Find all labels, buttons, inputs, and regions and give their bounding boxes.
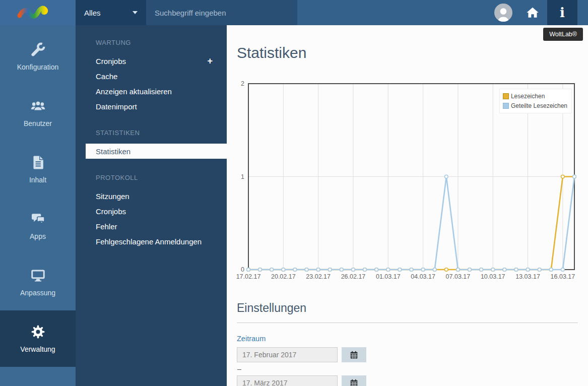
calendar-icon xyxy=(350,351,358,359)
svg-text:04.03.17: 04.03.17 xyxy=(411,273,435,280)
menu-item-label: Cronjobs xyxy=(96,207,126,216)
period-label: Zeitraum xyxy=(237,335,578,343)
users-icon xyxy=(30,98,46,114)
sidebar-item-label: Apps xyxy=(30,232,46,240)
sidebar-item-konfiguration[interactable]: Konfiguration xyxy=(0,28,76,85)
legend-swatch xyxy=(503,103,509,109)
menu-item-anzeigen-aktualisieren[interactable]: Anzeigen aktualisieren xyxy=(76,84,227,99)
date-from-row xyxy=(237,347,578,362)
date-from-picker-button[interactable] xyxy=(342,347,366,362)
user-menu-button[interactable] xyxy=(489,0,518,25)
main-content: Statistiken 01217.02.1720.02.1723.02.172… xyxy=(227,25,588,386)
legend-label: Lesezeichen xyxy=(511,93,545,100)
menu-item-label: Statistiken xyxy=(96,147,130,156)
menu-section-title: STATISTIKEN xyxy=(76,129,227,137)
date-range-separator: – xyxy=(237,365,578,373)
sidebar: KonfigurationBenutzerInhaltAppsAnpassung… xyxy=(0,25,76,386)
date-to-picker-button[interactable] xyxy=(342,375,366,386)
acp-page: Alles i W xyxy=(0,0,588,386)
divider xyxy=(237,323,578,323)
woltlab-logo[interactable] xyxy=(0,0,76,25)
settings-title: Einstellungen xyxy=(237,301,578,315)
home-icon xyxy=(526,6,540,20)
svg-text:2: 2 xyxy=(241,80,244,87)
date-to-row xyxy=(237,375,578,386)
legend-label: Geteilte Lesezeichen xyxy=(511,102,567,109)
document-icon xyxy=(30,155,46,170)
chart-legend: LesezeichenGeteilte Lesezeichen xyxy=(499,89,572,113)
svg-text:16.03.17: 16.03.17 xyxy=(551,273,575,280)
sidebar-item-label: Anpassung xyxy=(20,289,55,297)
svg-text:0: 0 xyxy=(241,266,244,273)
svg-text:1: 1 xyxy=(241,173,244,180)
sidebar-item-verwaltung[interactable]: Verwaltung xyxy=(0,310,76,367)
sidebar-item-benutzer[interactable]: Benutzer xyxy=(0,85,76,141)
menu-item-label: Datenimport xyxy=(96,102,137,111)
svg-text:10.03.17: 10.03.17 xyxy=(481,273,505,280)
date-from-input[interactable] xyxy=(237,347,338,362)
menu-item-fehlgeschlagene-anmeldungen[interactable]: Fehlgeschlagene Anmeldungen xyxy=(76,234,227,249)
svg-text:13.03.17: 13.03.17 xyxy=(515,273,540,280)
woltlab-logo-icon xyxy=(14,3,62,23)
gear-icon xyxy=(30,324,46,340)
info-button[interactable]: i xyxy=(547,0,577,25)
menu-section-protokoll: PROTOKOLLSitzungenCronjobsFehlerFehlgesc… xyxy=(76,174,227,249)
svg-text:17.02.17: 17.02.17 xyxy=(236,273,261,280)
menu-item-datenimport[interactable]: Datenimport xyxy=(76,99,227,114)
settings-section: Einstellungen Zeitraum xyxy=(237,301,578,386)
comments-icon xyxy=(30,211,46,227)
menu-section-title: WARTUNG xyxy=(76,39,227,46)
svg-text:26.02.17: 26.02.17 xyxy=(341,273,366,280)
legend-entry: Geteilte Lesezeichen xyxy=(503,101,567,110)
add-icon[interactable]: + xyxy=(207,56,213,66)
page-title: Statistiken xyxy=(237,44,306,61)
sidebar-item-label: Konfiguration xyxy=(17,63,59,71)
menu-section-wartung: WARTUNGCronjobs+CacheAnzeigen aktualisie… xyxy=(76,39,227,114)
calendar-icon xyxy=(350,379,358,386)
tooltip-text: WoltLab® xyxy=(549,31,577,38)
sidebar-item-inhalt[interactable]: Inhalt xyxy=(0,141,76,198)
topbar-spacer xyxy=(297,0,489,25)
secondary-menu: WARTUNGCronjobs+CacheAnzeigen aktualisie… xyxy=(76,25,227,386)
menu-item-cache[interactable]: Cache xyxy=(76,69,227,84)
legend-entry: Lesezeichen xyxy=(503,91,567,101)
legend-swatch xyxy=(503,93,509,99)
info-icon: i xyxy=(560,6,565,19)
topbar-actions: i xyxy=(489,0,577,25)
search-input[interactable] xyxy=(146,0,297,25)
menu-item-statistiken[interactable]: Statistiken xyxy=(86,144,227,159)
sidebar-item-label: Benutzer xyxy=(24,119,52,127)
sidebar-item-anpassung[interactable]: Anpassung xyxy=(0,254,76,310)
search-scope-value: Alles xyxy=(84,9,101,17)
menu-section-title: PROTOKOLL xyxy=(76,174,227,181)
menu-item-cronjobs[interactable]: Cronjobs xyxy=(76,204,227,219)
date-to-input[interactable] xyxy=(237,375,338,386)
menu-item-label: Cache xyxy=(96,72,117,81)
menu-item-label: Fehler xyxy=(96,222,117,231)
menu-item-label: Anzeigen aktualisieren xyxy=(96,87,172,96)
svg-text:01.03.17: 01.03.17 xyxy=(376,273,401,280)
menu-section-statistiken: STATISTIKENStatistiken xyxy=(76,129,227,159)
desktop-icon xyxy=(30,268,46,283)
sidebar-item-label: Inhalt xyxy=(29,176,46,184)
svg-text:20.02.17: 20.02.17 xyxy=(271,273,296,280)
statistics-chart: 01217.02.1720.02.1723.02.1726.02.1701.03… xyxy=(237,81,588,292)
home-button[interactable] xyxy=(518,0,547,25)
sidebar-item-apps[interactable]: Apps xyxy=(0,198,76,254)
menu-item-label: Cronjobs xyxy=(96,57,126,66)
avatar xyxy=(494,4,512,22)
svg-text:23.02.17: 23.02.17 xyxy=(306,273,331,280)
chevron-down-icon xyxy=(133,11,138,14)
search-scope-select[interactable]: Alles xyxy=(76,0,146,25)
topbar: Alles i xyxy=(0,0,588,25)
sidebar-item-label: Verwaltung xyxy=(20,345,55,353)
menu-item-label: Fehlgeschlagene Anmeldungen xyxy=(96,237,202,246)
menu-item-label: Sitzungen xyxy=(96,192,129,201)
menu-item-cronjobs[interactable]: Cronjobs+ xyxy=(76,53,227,69)
menu-item-fehler[interactable]: Fehler xyxy=(76,219,227,234)
person-icon xyxy=(494,5,512,22)
wrench-icon xyxy=(30,42,46,57)
svg-text:07.03.17: 07.03.17 xyxy=(446,273,471,280)
tooltip: WoltLab® xyxy=(543,28,583,41)
menu-item-sitzungen[interactable]: Sitzungen xyxy=(76,188,227,204)
